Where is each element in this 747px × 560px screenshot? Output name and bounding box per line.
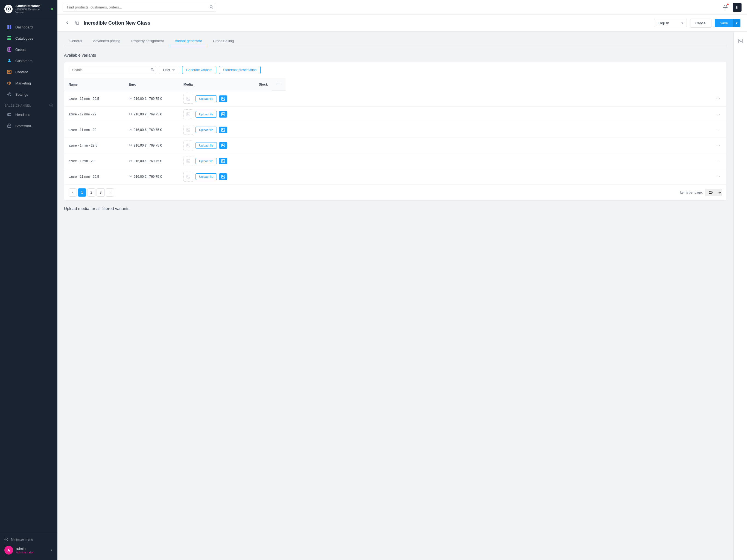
save-button[interactable]: Save: [715, 19, 733, 27]
media-gallery-button[interactable]: [219, 173, 227, 180]
more-actions-button[interactable]: ···: [714, 95, 722, 102]
page-btn-2[interactable]: 2: [87, 188, 96, 197]
sidebar-item-content[interactable]: Content: [2, 67, 55, 77]
sidebar-item-customers[interactable]: Customers: [2, 55, 55, 66]
tab-variant-generator[interactable]: Variant generator: [169, 36, 208, 46]
variant-actions-cell: ···: [272, 137, 726, 153]
upload-file-button[interactable]: Upload file: [196, 173, 217, 180]
page-btn-1[interactable]: 1: [78, 188, 86, 197]
variant-price-cell: 916,00 € | 769,75 €: [124, 106, 179, 122]
notifications-btn[interactable]: [721, 3, 729, 12]
language-label: English: [658, 21, 669, 25]
upload-file-button[interactable]: Upload file: [196, 96, 217, 102]
link-icon: [129, 112, 132, 116]
media-gallery-button[interactable]: [219, 96, 227, 102]
next-page-btn[interactable]: ›: [106, 188, 114, 197]
variant-stock-cell: [250, 91, 272, 106]
svg-rect-7: [7, 39, 11, 40]
page-header: Incredible Cotton New Glass English ▾ Ca…: [57, 15, 747, 32]
tab-property-assignment[interactable]: Property assignment: [126, 36, 169, 46]
content-area: General Advanced pricing Property assign…: [57, 32, 747, 560]
tab-advanced-pricing[interactable]: Advanced pricing: [87, 36, 126, 46]
upload-file-button[interactable]: Upload file: [196, 142, 217, 149]
variant-name-cell: azure - 1 mm - 29: [64, 153, 124, 169]
variants-table: Name Euro Media Stock a: [64, 78, 726, 184]
tab-cross-selling[interactable]: Cross Selling: [208, 36, 239, 46]
search-input[interactable]: [63, 3, 216, 12]
table-options-button[interactable]: [275, 81, 281, 88]
more-actions-button[interactable]: ···: [714, 126, 722, 133]
sidebar-item-storefront[interactable]: Storefront: [2, 120, 55, 131]
col-header-options: [272, 78, 286, 91]
copy-button[interactable]: [74, 19, 80, 27]
table-search-box: [69, 66, 156, 74]
admin-profile[interactable]: A admin Administrator ▲: [4, 543, 53, 557]
variant-stock-cell: [250, 106, 272, 122]
variant-actions-cell: ···: [272, 91, 726, 106]
more-actions-button[interactable]: ···: [714, 157, 722, 164]
storefront-icon: [6, 123, 12, 128]
settings-icon: [6, 92, 12, 97]
dashboard-icon: [6, 24, 12, 30]
svg-rect-5: [7, 36, 11, 37]
prev-page-btn[interactable]: ‹: [69, 188, 77, 197]
variant-stock-cell: [250, 122, 272, 137]
items-per-page: Items per page: 25 50 100: [680, 189, 722, 196]
generate-variants-button[interactable]: Generate variants: [182, 66, 216, 74]
svg-point-12: [8, 59, 10, 61]
table-row: azure - 12 mm - 29 916,00 € | 769,75 € U…: [64, 106, 726, 122]
sidebar-item-settings[interactable]: Settings: [2, 89, 55, 100]
price-text: 916,00 € | 769,75 €: [134, 144, 162, 147]
media-thumbnail: [183, 94, 193, 104]
variant-name-cell: azure - 12 mm - 29,5: [64, 91, 124, 106]
minimize-menu-btn[interactable]: Minimize menu: [4, 535, 53, 543]
tab-general[interactable]: General: [64, 36, 87, 46]
content-main: General Advanced pricing Property assign…: [57, 32, 733, 560]
sidebar-item-marketing[interactable]: Marketing: [2, 78, 55, 88]
link-icon: [129, 175, 132, 179]
avatar: A: [4, 546, 13, 555]
variant-name-cell: azure - 11 mm - 29: [64, 122, 124, 137]
svg-rect-13: [7, 70, 11, 74]
svg-point-41: [222, 113, 223, 114]
cancel-button[interactable]: Cancel: [690, 19, 712, 28]
per-page-select[interactable]: 25 50 100: [705, 189, 722, 196]
svg-rect-4: [9, 27, 11, 29]
back-button[interactable]: [64, 19, 71, 27]
svg-rect-20: [8, 113, 11, 116]
variant-name-cell: azure - 1 mm - 29,5: [64, 137, 124, 153]
sidebar-item-dashboard[interactable]: Dashboard: [2, 22, 55, 32]
more-actions-button[interactable]: ···: [714, 111, 722, 118]
media-gallery-button[interactable]: [219, 142, 227, 149]
svg-point-37: [222, 98, 223, 98]
sidebar-item-label: Settings: [15, 93, 28, 97]
filter-button[interactable]: Filter: [159, 66, 179, 74]
svg-point-35: [187, 98, 188, 98]
right-panel: [733, 32, 747, 560]
sidebar-item-orders[interactable]: Orders: [2, 44, 55, 55]
table-search-input[interactable]: [69, 66, 156, 74]
sidebar: Administration v9999999 Developer Versio…: [0, 0, 57, 560]
image-panel-icon[interactable]: [736, 36, 745, 46]
sidebar-item-headless[interactable]: Headless: [2, 109, 55, 120]
variant-price-cell: 916,00 € | 769,75 €: [124, 137, 179, 153]
more-actions-button[interactable]: ···: [714, 142, 722, 149]
variant-media-cell: Upload file: [179, 91, 250, 106]
sidebar-item-catalogues[interactable]: Catalogues: [2, 33, 55, 44]
language-selector[interactable]: English ▾: [654, 19, 687, 27]
media-gallery-button[interactable]: [219, 111, 227, 118]
upload-file-button[interactable]: Upload file: [196, 127, 217, 133]
upload-file-button[interactable]: Upload file: [196, 158, 217, 164]
more-actions-button[interactable]: ···: [714, 173, 722, 180]
media-thumbnail: [183, 109, 193, 119]
page-btn-3[interactable]: 3: [97, 188, 105, 197]
upload-file-button[interactable]: Upload file: [196, 111, 217, 118]
storefront-presentation-button[interactable]: Storefront presentation: [219, 66, 261, 74]
save-dropdown-button[interactable]: ▾: [733, 19, 741, 27]
sf-icon-btn[interactable]: S: [733, 3, 742, 12]
table-row: azure - 1 mm - 29,5 916,00 € | 769,75 € …: [64, 137, 726, 153]
media-gallery-button[interactable]: [219, 127, 227, 133]
search-icon[interactable]: [209, 5, 213, 9]
add-sales-channel-btn[interactable]: [49, 103, 53, 108]
media-gallery-button[interactable]: [219, 158, 227, 164]
